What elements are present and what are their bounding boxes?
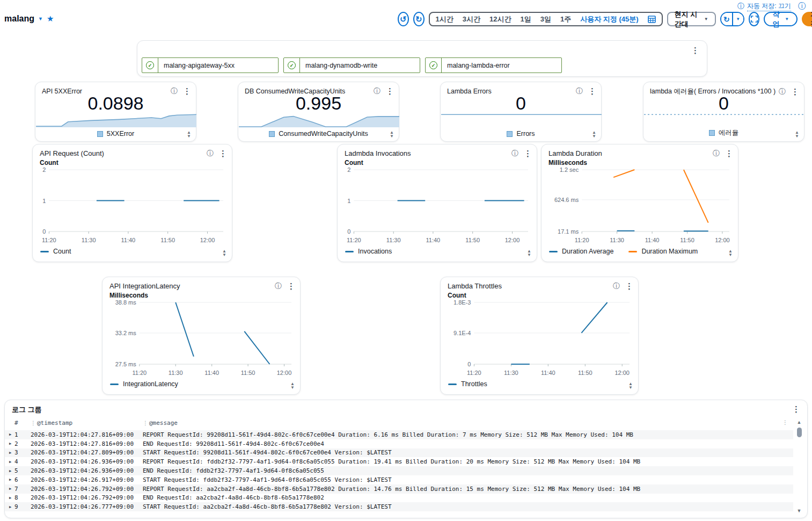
log-row[interactable]: ▶ 9 2026-03-19T12:04:26.777+09:00 START … [5,502,793,511]
log-message: END RequestId: 99208d11-561f-49d4-802c-6… [143,440,793,447]
time-range-option[interactable]: 1시간 [436,15,453,24]
resize-arrows[interactable]: ▲▼ [527,249,531,257]
widget-legend[interactable]: 에러율 [643,128,804,138]
log-row[interactable]: ▶ 1 2026-03-19T12:04:27.816+09:00 REPORT… [5,430,793,439]
column-header-message[interactable]: ⋮@message [143,419,793,429]
legend-entry[interactable]: Invocations [345,248,392,255]
expand-row-icon[interactable]: ▶ [9,469,14,473]
resize-arrows[interactable]: ▲▼ [187,131,191,138]
resize-arrows[interactable]: ▲▼ [390,131,394,138]
custom-time-range-button[interactable]: 사용자 지정 (45분) [580,15,638,24]
widget-legend[interactable]: 5XXError [35,130,196,138]
auto-save-toggle[interactable]: 자동 저장: 끄기 [747,2,791,11]
timezone-select[interactable]: 현지 시간대 ▼ [667,12,716,26]
check-circle-icon: ✓ [288,61,296,69]
log-row[interactable]: ▶ 4 2026-03-19T12:04:26.936+09:00 REPORT… [5,457,793,466]
legend-entry[interactable]: Duration Maximum [628,248,698,255]
info-icon[interactable]: ⓘ [511,150,518,157]
log-row[interactable]: ▶ 3 2026-03-19T12:04:27.809+09:00 START … [5,448,793,458]
widget-title: Ladmbda Invocations [345,149,511,157]
expand-row-icon[interactable]: ▶ [9,487,14,491]
widget-menu-kebab-icon[interactable]: ⋮ [691,46,699,54]
refresh-options-button[interactable]: ▼ [733,13,743,25]
favorite-star-icon[interactable]: ★ [47,14,54,24]
scroll-up-icon[interactable]: ▲ [797,419,802,425]
log-row-number: 3 [14,449,23,456]
info-icon[interactable]: ⓘ [713,150,720,157]
expand-row-icon[interactable]: ▶ [9,451,14,455]
chevron-down-icon[interactable]: ▼ [38,16,43,21]
metric-line-chart-widget: Ladmbda Invocations ⓘ ⋮ Count 21011:2011… [337,144,537,262]
log-timestamp: 2026-03-19T12:04:26.917+09:00 [31,476,143,483]
log-timestamp: 2026-03-19T12:04:26.936+09:00 [31,467,143,474]
info-icon[interactable]: ⓘ [207,150,214,157]
info-icon[interactable]: ⓘ [613,283,620,290]
log-row[interactable]: ▶ 5 2026-03-19T12:04:26.936+09:00 END Re… [5,466,793,475]
resize-arrows[interactable]: ▲▼ [795,131,799,138]
legend-swatch-icon [110,383,119,385]
scroll-down-icon[interactable]: ▼ [797,508,802,513]
time-range-option[interactable]: 1주 [560,15,571,24]
log-scrollbar[interactable]: ▲ ▼ [796,419,802,513]
time-range-option[interactable]: 3일 [540,15,551,24]
alarm-malang-apigateway-5xx[interactable]: ✓ malang-apigateway-5xx [142,57,279,73]
log-row[interactable]: ▶ 8 2026-03-19T12:04:26.792+09:00 END Re… [5,494,793,503]
widget-menu-kebab-icon[interactable]: ⋮ [725,149,733,157]
legend-entry[interactable]: IntegrationLatency [110,380,178,388]
scrollbar-thumb[interactable] [797,428,802,437]
info-icon[interactable]: ⓘ [798,2,806,11]
legend-label: Throttles [461,380,487,388]
widget-menu-kebab-icon[interactable]: ⋮ [219,149,227,157]
alarm-malang-dynamodb-write[interactable]: ✓ malang-dynamodb-write [283,57,420,73]
expand-row-icon[interactable]: ▶ [9,496,14,500]
svg-text:11:20: 11:20 [42,237,56,243]
log-row[interactable]: ▶ 6 2026-03-19T12:04:26.917+09:00 START … [5,475,793,484]
alarm-malang-lambda-error[interactable]: ✓ malang-lambda-error [425,57,562,73]
refresh-button[interactable]: ↻ [721,13,733,25]
log-row[interactable]: ▶ 2 2026-03-19T12:04:27.816+09:00 END Re… [5,439,793,448]
legend-entry[interactable]: Throttles [448,380,487,388]
metric-value: 0.0898 [35,93,196,114]
column-header-number[interactable]: # [14,419,23,429]
dashboard-title[interactable]: malang [4,14,34,24]
metric-value: 0 [643,93,804,114]
resize-arrows[interactable]: ▲▼ [222,249,226,257]
log-message: END RequestId: fddb2f32-7797-4af1-9d64-0… [143,467,793,474]
chart-legend: Count [40,248,71,255]
info-icon[interactable]: ⓘ [275,283,282,290]
resize-arrows[interactable]: ▲▼ [290,382,295,389]
time-range-option[interactable]: 1일 [521,15,531,24]
info-icon[interactable]: ⓘ [737,2,744,11]
time-range-option[interactable]: 12시간 [489,15,511,24]
actions-button[interactable]: 작업 ▼ [764,12,798,26]
legend-swatch-icon [97,131,103,137]
resize-arrows[interactable]: ▲▼ [592,131,596,138]
widget-menu-kebab-icon[interactable]: ⋮ [287,282,295,290]
expand-row-icon[interactable]: ▶ [9,442,14,446]
expand-row-icon[interactable]: ▶ [9,432,14,437]
expand-row-icon[interactable]: ▶ [9,505,14,509]
svg-text:11:40: 11:40 [121,237,136,243]
widget-menu-kebab-icon[interactable]: ⋮ [625,282,633,290]
calendar-icon[interactable] [648,15,656,23]
widget-legend[interactable]: Errors [441,130,601,138]
widget-legend[interactable]: ConsumedWriteCapacityUnits [238,130,399,138]
expand-row-icon[interactable]: ▶ [9,477,14,482]
column-header-timestamp[interactable]: ⋮@timestamp [31,419,143,429]
widget-menu-kebab-icon[interactable]: ⋮ [792,405,800,413]
resize-arrows[interactable]: ▲▼ [628,382,633,389]
resize-arrows[interactable]: ▲▼ [728,249,733,257]
log-table-header: # ⋮@timestamp ⋮@message [5,419,793,429]
save-button[interactable]: 저장 [802,12,812,26]
redo-button[interactable]: ↻ [413,12,425,26]
fullscreen-button[interactable] [749,12,760,26]
legend-entry[interactable]: Duration Average [549,248,613,255]
undo-button[interactable]: ↺ [398,12,409,26]
legend-entry[interactable]: Count [40,248,71,255]
drag-handle-icon[interactable]: ⋮ [782,419,788,425]
widget-menu-kebab-icon[interactable]: ⋮ [524,149,532,157]
svg-text:17.1 ms: 17.1 ms [558,228,579,235]
time-range-option[interactable]: 3시간 [463,15,480,24]
log-row[interactable]: ▶ 7 2026-03-19T12:04:26.792+09:00 REPORT… [5,484,793,494]
expand-row-icon[interactable]: ▶ [9,460,14,464]
